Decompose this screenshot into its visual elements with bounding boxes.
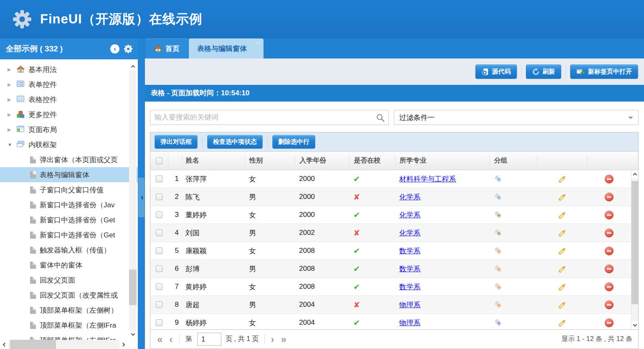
edit-pencil-icon[interactable] [558,282,567,292]
sidebar-item-topmenu-iframe2[interactable]: 顶部菜单框架（左侧IFra [0,333,138,340]
expand-arrow-icon[interactable] [8,127,13,132]
settings-gear-icon[interactable] [124,44,133,53]
sidebar-item-select-province-get2[interactable]: 新窗口中选择省份（Get [0,227,138,242]
last-page-button[interactable]: » [281,334,286,344]
sidebar-group-inline-frames[interactable]: 内联框架 [0,137,138,152]
row-checkbox[interactable] [156,247,162,254]
scrollbar-thumb[interactable] [129,270,137,305]
next-page-button[interactable]: › [271,334,274,344]
scrollbar-thumb[interactable] [631,181,638,304]
major-link[interactable]: 数学系 [399,264,421,274]
prev-page-button[interactable]: ‹ [169,334,172,344]
sidebar-horizontal-scrollbar[interactable] [0,340,128,349]
collapse-sidebar-button[interactable]: ‹ [110,44,119,53]
edit-pencil-icon[interactable] [558,246,567,256]
major-link[interactable]: 数学系 [399,282,421,292]
grid-vertical-scrollbar[interactable] [631,170,638,329]
sidebar-item-grid-edit-window[interactable]: 表格与编辑窗体 [0,167,138,182]
sidebar-item-trigger-input[interactable]: 触发器输入框（传值） [0,242,138,257]
delete-selected-button[interactable]: 删除选中行 [272,135,315,149]
delete-icon[interactable] [605,265,614,273]
delete-icon[interactable] [605,175,614,183]
major-link[interactable]: 物理系 [399,300,421,310]
splitter-bar[interactable] [138,38,145,349]
major-link[interactable]: 化学系 [399,228,421,238]
edit-pencil-icon[interactable] [558,228,567,238]
table-row[interactable]: 3 董婷婷 女 2000 ✔ 化学系 [150,206,631,224]
major-link[interactable]: 物理系 [399,318,421,328]
sidebar-group-page-layout[interactable]: 页面布局 [0,122,138,137]
row-checkbox[interactable] [156,319,162,326]
column-header-index[interactable] [168,155,182,167]
scroll-right-icon[interactable] [119,340,128,349]
scroll-up-icon[interactable] [631,170,638,178]
edit-pencil-icon[interactable] [558,192,567,202]
sidebar-group-more-controls[interactable]: 更多控件 [0,107,138,122]
scroll-left-icon[interactable] [0,340,8,349]
delete-icon[interactable] [605,318,614,327]
row-checkbox[interactable] [156,283,162,290]
delete-icon[interactable] [605,247,614,255]
search-input[interactable] [150,110,388,125]
major-link[interactable]: 化学系 [399,192,421,202]
table-row[interactable]: 5 康颖颖 女 2008 ✔ 数学系 [150,242,631,260]
table-row[interactable]: 1 张萍萍 女 2000 ✔ 材料科学与工程系 [150,170,631,188]
sidebar-item-popup-window[interactable]: 弹出窗体（本页面或父页 [0,152,138,167]
sidebar-vertical-scrollbar[interactable] [129,63,137,338]
sidebar-item-topmenu-iframe1[interactable]: 顶部菜单框架（左侧IFra [0,318,138,333]
row-checkbox[interactable] [156,211,162,218]
table-row[interactable]: 6 彭博 男 2008 ✔ 数学系 [150,260,631,278]
sidebar-group-grid-controls[interactable]: 表格控件 [0,92,138,107]
column-header-atschool[interactable]: 是否在校 [349,155,395,167]
sidebar-group-form-controls[interactable]: 表单控件 [0,77,138,92]
sidebar-group-basic-usage[interactable]: 基本用法 [0,62,138,77]
delete-icon[interactable] [605,193,614,201]
tab-grid-edit-window[interactable]: 表格与编辑窗体 [189,38,264,59]
first-page-button[interactable]: « [157,334,162,344]
refresh-button[interactable]: 刷新 [526,64,561,79]
major-link[interactable]: 材料科学与工程系 [399,174,456,184]
row-checkbox[interactable] [156,301,162,308]
sidebar-item-child-to-parent[interactable]: 子窗口向父窗口传值 [0,182,138,197]
row-checkbox[interactable] [156,265,162,272]
filter-dropdown[interactable]: 过滤条件一 [394,110,639,125]
page-number-input[interactable] [197,333,221,346]
check-selection-button[interactable]: 检查选中项状态 [207,135,263,149]
row-checkbox[interactable] [156,176,162,182]
collapse-handle[interactable] [138,178,145,217]
table-row[interactable]: 2 陈飞 男 2000 ✘ 化学系 [150,188,631,206]
source-code-button[interactable]: 源代码 [475,64,517,79]
row-checkbox[interactable] [156,229,162,236]
scroll-up-icon[interactable] [129,63,137,70]
scrollbar-thumb[interactable] [10,340,56,349]
sidebar-item-topmenu-tree[interactable]: 顶部菜单框架（左侧树） [0,303,138,318]
column-header-name[interactable]: 姓名 [182,155,245,167]
major-link[interactable]: 化学系 [399,210,421,220]
delete-icon[interactable] [605,283,614,291]
table-row[interactable]: 8 唐超 男 2004 ✘ 物理系 [150,296,631,314]
collapse-arrow-icon[interactable] [8,142,13,147]
open-dialog-button[interactable]: 弹出对话框 [155,135,198,149]
column-header-group[interactable]: 分组 [489,155,537,167]
edit-pencil-icon[interactable] [558,300,567,310]
delete-icon[interactable] [605,211,614,219]
scroll-down-icon[interactable] [631,321,638,329]
table-row[interactable]: 4 刘国 男 2002 ✘ 化学系 [150,224,631,242]
edit-pencil-icon[interactable] [558,210,567,220]
sidebar-item-window-in-window[interactable]: 窗体中的窗体 [0,257,138,273]
major-link[interactable]: 数学系 [399,246,421,256]
sidebar-item-postback-parent[interactable]: 回发父页面 [0,273,138,288]
column-header-year[interactable]: 入学年份 [295,155,349,167]
sidebar-item-postback-parent-attr[interactable]: 回发父页面（改变属性或 [0,288,138,303]
edit-pencil-icon[interactable] [558,318,567,328]
edit-pencil-icon[interactable] [558,264,567,274]
expand-arrow-icon[interactable] [8,67,13,72]
tab-home[interactable]: 首页 [146,38,188,59]
table-row[interactable]: 9 杨婷婷 女 2004 ✔ 物理系 [150,314,631,329]
select-all-checkbox[interactable] [156,158,162,164]
edit-pencil-icon[interactable] [558,174,567,184]
column-header-gender[interactable]: 性别 [245,155,295,167]
open-new-tab-button[interactable]: 新标签页中打开 [570,64,638,79]
sidebar-item-select-province-get1[interactable]: 新窗口中选择省份（Get [0,212,138,227]
expand-arrow-icon[interactable] [8,112,13,117]
